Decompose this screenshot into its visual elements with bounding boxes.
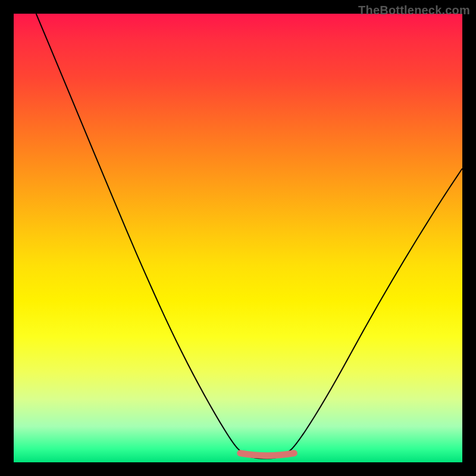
chart-frame: TheBottleneck.com — [0, 0, 476, 476]
curve-line — [36, 14, 462, 459]
bottleneck-curve — [14, 14, 462, 462]
watermark-text: TheBottleneck.com — [358, 4, 470, 17]
plot-area — [14, 14, 462, 462]
optimal-zone-marker — [240, 453, 295, 456]
